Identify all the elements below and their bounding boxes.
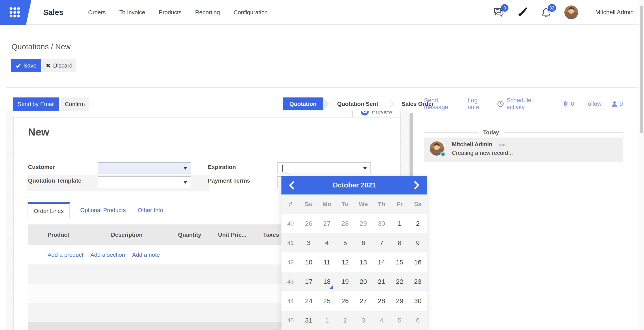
menu-to-invoice[interactable]: To Invoice [119, 9, 145, 16]
column-product[interactable]: Product [42, 231, 97, 238]
calendar-day[interactable]: 16 [409, 253, 427, 272]
follow-button[interactable]: Follow [584, 101, 602, 107]
menu-reporting[interactable]: Reporting [195, 9, 220, 16]
calendar-day[interactable]: 31 [300, 311, 318, 330]
chatter-toolbar: Send message Log note Schedule activity … [424, 97, 623, 110]
calendar-day[interactable]: 29 [354, 214, 372, 233]
preview-button[interactable]: Preview [372, 111, 392, 115]
calendar-day[interactable]: 30 [409, 291, 427, 311]
month-year-label[interactable]: October 2021 [301, 181, 407, 189]
calendar-day[interactable]: 21 [372, 272, 391, 291]
theme-brush-button[interactable] [517, 7, 528, 18]
calendar-day[interactable]: 25 [318, 291, 336, 311]
chatter-panel: Send message Log note Schedule activity … [416, 92, 639, 330]
calendar-day[interactable]: 8 [390, 233, 409, 253]
navbar-right: 3 32 [493, 0, 634, 25]
calendar-day[interactable]: 27 [354, 291, 372, 311]
calendar-day-today[interactable]: 18 [318, 272, 336, 291]
schedule-activity-button[interactable]: Schedule activity [497, 97, 542, 111]
calendar-day[interactable]: 7 [372, 233, 391, 253]
tab-optional-products[interactable]: Optional Products [74, 207, 132, 214]
send-message-button[interactable]: Send message [424, 97, 458, 111]
calendar-day[interactable]: 4 [318, 233, 336, 253]
calendar-day[interactable]: 5 [390, 311, 409, 330]
next-month-button[interactable] [407, 181, 427, 189]
user-avatar[interactable] [564, 5, 578, 19]
paintbrush-icon [517, 7, 528, 17]
calendar-day[interactable]: 1 [390, 214, 409, 233]
calendar-day[interactable]: 13 [354, 253, 372, 272]
breadcrumb[interactable]: Quotations / New [12, 42, 70, 51]
weekday-header-row: # Su Mo Tu We Th Fr Sa [282, 194, 427, 214]
calendar-day[interactable]: 14 [372, 253, 391, 272]
stage-quotation[interactable]: Quotation [283, 97, 323, 110]
preview-eye-icon [361, 111, 369, 116]
add-a-product-link[interactable]: Add a product [48, 251, 83, 258]
calendar-day[interactable]: 3 [300, 233, 318, 253]
quotation-template-input[interactable] [98, 176, 191, 188]
calendar-day[interactable]: 2 [409, 214, 427, 233]
user-name[interactable]: Mitchell Admin [595, 9, 634, 16]
calendar-day[interactable]: 9 [409, 233, 427, 253]
confirm-button[interactable]: Confirm [61, 97, 88, 111]
expiration-input[interactable] [278, 162, 371, 174]
calendar-day[interactable]: 29 [390, 291, 409, 311]
calendar-day[interactable]: 1 [318, 311, 336, 330]
calendar-day[interactable]: 23 [409, 272, 427, 291]
calendar-day[interactable]: 6 [354, 233, 372, 253]
send-by-email-button[interactable]: Send by Email [13, 97, 59, 111]
chevron-down-icon [183, 167, 187, 170]
calendar-day[interactable]: 26 [300, 214, 318, 233]
attachments-button[interactable]: 0 [563, 101, 574, 107]
calendar-day[interactable]: 11 [318, 253, 336, 272]
save-button[interactable]: Save [11, 59, 41, 72]
activities-button[interactable]: 32 [541, 7, 552, 18]
stage-quotation-sent[interactable]: Quotation Sent [330, 97, 386, 110]
week-number: 43 [282, 278, 300, 285]
preview-row-left-cell [14, 111, 353, 118]
calendar-day[interactable]: 3 [354, 311, 372, 330]
tab-order-lines[interactable]: Order Lines [28, 202, 70, 218]
calendar-day[interactable]: 27 [318, 214, 336, 233]
column-quantity[interactable]: Quantity [156, 231, 207, 238]
calendar-day[interactable]: 26 [336, 291, 354, 311]
calendar-day[interactable]: 2 [336, 311, 354, 330]
calendar-day[interactable]: 15 [390, 253, 409, 272]
odoo-sales-app: Sales Orders To Invoice Products Reporti… [0, 0, 644, 330]
discard-button[interactable]: Discard [42, 59, 76, 72]
calendar-day[interactable]: 28 [372, 291, 391, 311]
calendar-day[interactable]: 10 [300, 253, 318, 272]
menu-configuration[interactable]: Configuration [234, 9, 268, 16]
calendar-day[interactable]: 22 [390, 272, 409, 291]
column-unit-price[interactable]: Unit Pric... [207, 231, 254, 238]
calendar-day[interactable]: 20 [354, 272, 372, 291]
calendar-day[interactable]: 6 [409, 311, 427, 330]
prev-month-button[interactable] [282, 181, 301, 189]
add-a-section-link[interactable]: Add a section [90, 251, 125, 258]
customer-input[interactable] [98, 162, 191, 174]
menu-products[interactable]: Products [159, 9, 182, 16]
calendar-week-row: 4210111213141516 [282, 253, 427, 272]
apps-menu-button[interactable] [0, 0, 31, 25]
add-a-note-link[interactable]: Add a note [132, 251, 160, 258]
text-cursor [282, 165, 282, 171]
calendar-day[interactable]: 12 [336, 253, 354, 272]
calendar-day[interactable]: 4 [372, 311, 391, 330]
followers-button[interactable]: 0 [612, 101, 623, 107]
sheet-scrollbar-thumb[interactable] [410, 113, 413, 177]
calendar-day[interactable]: 24 [300, 291, 318, 311]
calendar-day[interactable]: 19 [336, 272, 354, 291]
menu-orders[interactable]: Orders [88, 9, 106, 16]
column-description[interactable]: Description [97, 231, 156, 238]
calendar-day[interactable]: 30 [372, 214, 391, 233]
page-scrollbar-track[interactable] [639, 0, 644, 330]
log-note-button[interactable]: Log note [468, 97, 487, 111]
calendar-day[interactable]: 5 [336, 233, 354, 253]
tab-other-info[interactable]: Other Info [132, 207, 169, 214]
messages-button[interactable]: 3 [493, 7, 504, 18]
message-author[interactable]: Mitchell Admin [452, 141, 492, 148]
calendar-day[interactable]: 17 [300, 272, 318, 291]
dow-fr: Fr [390, 201, 409, 208]
calendar-day[interactable]: 28 [336, 214, 354, 233]
page-scrollbar-thumb[interactable] [640, 5, 643, 133]
